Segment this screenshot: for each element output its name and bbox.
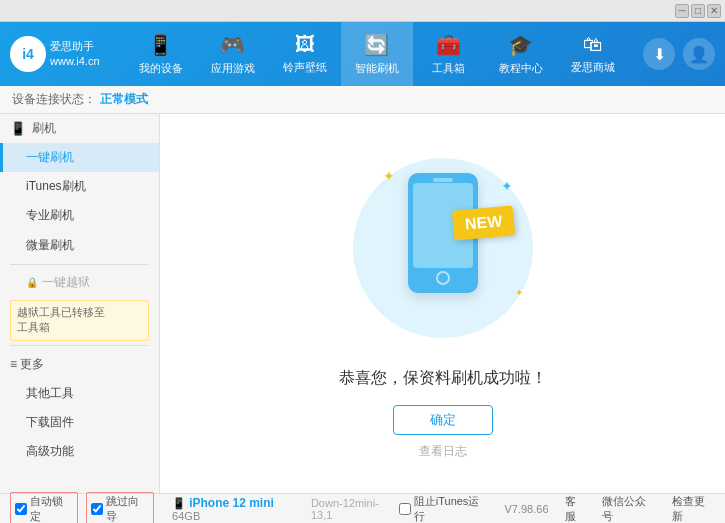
sidebar-item-download-fw[interactable]: 下载固件 (0, 408, 159, 437)
device-icon: 📱 (172, 497, 186, 509)
bottom-bar: 自动锁定 跳过向导 📱 iPhone 12 mini 64GB Down-12m… (0, 493, 725, 523)
logo-icon: i4 (10, 36, 46, 72)
maximize-button[interactable]: □ (691, 4, 705, 18)
sidebar-item-jailbreak-disabled: 🔒 一键越狱 (0, 269, 159, 296)
auto-lock-checkbox-item[interactable]: 自动锁定 (10, 492, 78, 524)
phone-speaker (433, 178, 453, 182)
logo-subtitle: 爱思助手 www.i4.cn (50, 39, 100, 70)
nav-item-wallpaper[interactable]: 🖼 铃声壁纸 (269, 22, 341, 86)
logo-area: i4 爱思助手 www.i4.cn (10, 36, 110, 72)
sidebar-item-other-tools[interactable]: 其他工具 (0, 379, 159, 408)
nav-item-apps[interactable]: 🎮 应用游戏 (197, 22, 269, 86)
close-button[interactable]: ✕ (707, 4, 721, 18)
more-section-label: ≡ 更多 (10, 356, 44, 373)
nav-item-my-device[interactable]: 📱 我的设备 (125, 22, 197, 86)
sparkle-icon-3: ✦ (515, 287, 523, 298)
sidebar-notice: 越狱工具已转移至工具箱 (10, 300, 149, 341)
sparkle-icon-2: ✦ (501, 178, 513, 194)
sidebar-item-one-click[interactable]: 一键刷机 (0, 143, 159, 172)
confirm-button[interactable]: 确定 (393, 405, 493, 435)
main-content: ✦ ✦ ✦ NEW 恭喜您，保资料刷机成功啦！ 确定 查看日志 (160, 114, 725, 493)
nav-item-smart-flash[interactable]: 🔄 智能刷机 (341, 22, 413, 86)
back-to-log-link[interactable]: 查看日志 (419, 443, 467, 460)
nav-label-smart-flash: 智能刷机 (355, 61, 399, 76)
title-bar: ─ □ ✕ (0, 0, 725, 22)
sidebar-item-pro-flash[interactable]: 专业刷机 (0, 201, 159, 230)
my-device-icon: 📱 (148, 33, 173, 57)
sidebar: 📱 刷机 一键刷机 iTunes刷机 专业刷机 微量刷机 🔒 一键越狱 越狱工具… (0, 114, 160, 493)
stop-itunes[interactable]: 阻止iTunes运行 (399, 494, 489, 524)
user-button[interactable]: 👤 (683, 38, 715, 70)
nav-label-mall: 爱思商城 (571, 60, 615, 75)
customer-service-link[interactable]: 客服 (565, 494, 587, 524)
status-value: 正常模式 (100, 91, 148, 108)
flash-section-icon: 📱 (10, 121, 26, 136)
wechat-public-link[interactable]: 微信公众号 (602, 494, 656, 524)
skip-wizard-checkbox[interactable] (91, 503, 103, 515)
nav-item-tutorial[interactable]: 🎓 教程中心 (485, 22, 557, 86)
nav-item-mall[interactable]: 🛍 爱思商城 (557, 22, 629, 86)
phone-home-button (436, 271, 450, 285)
device-storage-value: 64GB (172, 510, 200, 522)
phone-illustration: ✦ ✦ ✦ NEW (343, 148, 543, 348)
nav-label-my-device: 我的设备 (139, 61, 183, 76)
sidebar-item-micro-flash[interactable]: 微量刷机 (0, 231, 159, 260)
nav-items: 📱 我的设备 🎮 应用游戏 🖼 铃声壁纸 🔄 智能刷机 🧰 工具箱 🎓 教程中心… (110, 22, 643, 86)
sidebar-divider-2 (10, 345, 149, 346)
wallpaper-icon: 🖼 (295, 33, 315, 56)
device-model: Down-12mini-13,1 (311, 497, 399, 521)
smart-flash-icon: 🔄 (364, 33, 389, 57)
auto-lock-label: 自动锁定 (30, 494, 73, 524)
toolbox-icon: 🧰 (436, 33, 461, 57)
nav-label-tutorial: 教程中心 (499, 61, 543, 76)
nav-item-toolbox[interactable]: 🧰 工具箱 (413, 22, 485, 86)
status-bar: 设备连接状态： 正常模式 (0, 86, 725, 114)
success-title: 恭喜您，保资料刷机成功啦！ (339, 368, 547, 389)
nav-label-toolbox: 工具箱 (432, 61, 465, 76)
header-right: ⬇ 👤 (643, 38, 715, 70)
apps-icon: 🎮 (220, 33, 245, 57)
skip-wizard-label: 跳过向导 (106, 494, 149, 524)
download-button[interactable]: ⬇ (643, 38, 675, 70)
sidebar-item-advanced[interactable]: 高级功能 (0, 437, 159, 466)
sidebar-item-itunes[interactable]: iTunes刷机 (0, 172, 159, 201)
main-layout: 📱 刷机 一键刷机 iTunes刷机 专业刷机 微量刷机 🔒 一键越狱 越狱工具… (0, 114, 725, 493)
nav-label-wallpaper: 铃声壁纸 (283, 60, 327, 75)
lock-icon: 🔒 (26, 277, 38, 288)
nav-label-apps: 应用游戏 (211, 61, 255, 76)
flash-section-label: 刷机 (32, 120, 56, 137)
more-section-header[interactable]: ≡ 更多 (0, 350, 159, 379)
stop-itunes-label: 阻止iTunes运行 (414, 494, 489, 524)
sidebar-divider-1 (10, 264, 149, 265)
tutorial-icon: 🎓 (508, 33, 533, 57)
sparkle-icon-1: ✦ (383, 168, 395, 184)
stop-itunes-checkbox[interactable] (399, 503, 411, 515)
bottom-right: 阻止iTunes运行 V7.98.66 客服 微信公众号 检查更新 (399, 494, 715, 524)
skip-wizard-checkbox-item[interactable]: 跳过向导 (86, 492, 154, 524)
device-info: 📱 iPhone 12 mini 64GB (172, 496, 303, 522)
status-label: 设备连接状态： (12, 91, 96, 108)
flash-section-header[interactable]: 📱 刷机 (0, 114, 159, 143)
version-label: V7.98.66 (504, 503, 548, 515)
logo-text: i4 (22, 46, 34, 62)
check-update-link[interactable]: 检查更新 (672, 494, 715, 524)
mall-icon: 🛍 (583, 33, 603, 56)
header: i4 爱思助手 www.i4.cn 📱 我的设备 🎮 应用游戏 🖼 铃声壁纸 🔄… (0, 22, 725, 86)
auto-lock-checkbox[interactable] (15, 503, 27, 515)
new-badge: NEW (451, 205, 515, 240)
minimize-button[interactable]: ─ (675, 4, 689, 18)
bottom-left: 自动锁定 跳过向导 📱 iPhone 12 mini 64GB Down-12m… (10, 492, 399, 524)
device-name: iPhone 12 mini (189, 496, 274, 510)
